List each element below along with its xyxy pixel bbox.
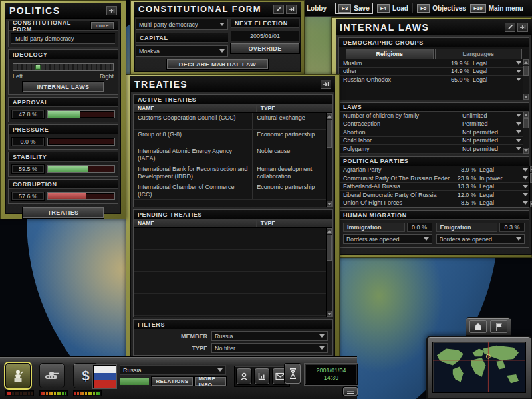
party-row[interactable]: Agrarian Party 3.9 % Legal <box>339 166 529 175</box>
law-row[interactable]: Number of children by family Unlimited <box>339 112 523 120</box>
dropdown-arrow-icon[interactable] <box>512 114 523 117</box>
party-row[interactable]: Communist Party Of The Russian Feder 23.… <box>339 174 529 183</box>
ideology-slider[interactable] <box>13 63 114 71</box>
detach-arrow-icon[interactable] <box>517 23 528 32</box>
party-row[interactable]: Liberal Democratic Party Of Russia 12.0 … <box>339 191 529 200</box>
lobby-button[interactable]: Lobby <box>307 5 327 12</box>
detach-arrow-icon[interactable] <box>106 6 117 15</box>
laws-scrollbar[interactable] <box>523 112 529 154</box>
religions-scrollbar[interactable] <box>523 59 529 100</box>
scroll-down-icon[interactable] <box>327 201 332 207</box>
dropdown-arrow-icon <box>319 334 325 338</box>
capitol-view-button[interactable] <box>469 320 487 333</box>
dropdown-arrow-icon[interactable] <box>512 61 523 65</box>
dropdown-arrow-icon[interactable] <box>519 185 529 188</box>
pending-treaties-scrollbar[interactable] <box>326 228 332 317</box>
load-button[interactable]: F4 Load <box>377 4 408 13</box>
treaties-panel: TREATIES ACTIVE TREATIES NAME TYPE <box>130 76 335 360</box>
party-row[interactable]: Union Of Right Forces 8.5 % Legal <box>339 200 529 208</box>
scroll-up-icon[interactable] <box>327 228 332 234</box>
religion-row[interactable]: other 14.9 % Legal <box>339 68 523 76</box>
more-info-button[interactable]: MORE INFO <box>195 377 226 386</box>
constitutional-form-header: CONSTITUTIONAL FORM more <box>9 21 118 31</box>
scroll-up-icon[interactable] <box>523 59 529 65</box>
law-row[interactable]: Polygamy Not permitted <box>339 145 523 154</box>
dropdown-arrow-icon[interactable] <box>512 78 523 81</box>
flag-view-button[interactable] <box>490 320 507 333</box>
metrics-list: APPROVAL 47.8 % PRESSURE 0.0 % <box>5 97 121 204</box>
scroll-down-icon[interactable] <box>327 311 332 317</box>
metric-label: APPROVAL <box>13 99 49 106</box>
scroll-down-icon[interactable] <box>523 94 529 100</box>
treaty-row[interactable]: International Bank for Reconstruction an… <box>134 164 326 182</box>
ideology-slider-knob[interactable] <box>35 65 41 70</box>
dropdown-arrow-icon[interactable] <box>512 139 523 142</box>
country-dropdown[interactable]: Russia <box>120 365 226 375</box>
active-treaties-scrollbar[interactable] <box>326 113 332 207</box>
religion-row[interactable]: Muslim 19.9 % Legal <box>339 59 523 68</box>
capital-dropdown[interactable]: Moskva <box>136 45 228 57</box>
main-menu-button[interactable]: F10 Main menu <box>470 4 523 13</box>
dropdown-arrow-icon[interactable] <box>512 122 523 126</box>
internal-laws-button[interactable]: INTERNAL LAWS <box>23 82 104 92</box>
type-filter-dropdown[interactable]: No filter <box>211 343 328 353</box>
treaty-type: Cultural exchange <box>253 113 326 129</box>
dropdown-arrow-icon[interactable] <box>512 70 523 73</box>
treaty-row[interactable]: Customs Cooperation Council (CCC) Cultur… <box>134 113 326 130</box>
active-treaties-header: ACTIVE TREATIES <box>134 95 332 104</box>
tab-religions[interactable]: Religions <box>346 49 434 59</box>
dropdown-arrow-icon[interactable] <box>519 193 529 196</box>
declare-martial-law-button[interactable]: DECLARE MARTIAL LAW <box>167 59 268 69</box>
world-minimap[interactable] <box>432 342 526 393</box>
immigration-policy-dropdown[interactable]: Borders are opened <box>343 234 432 244</box>
more-button[interactable]: more <box>91 22 114 29</box>
override-button[interactable]: OVERRIDE <box>231 43 299 53</box>
politics-mode-button[interactable] <box>5 363 31 388</box>
law-row[interactable]: Abortion Not permitted <box>339 128 523 137</box>
stats-button[interactable] <box>255 368 269 384</box>
party-row[interactable]: Fatherland-All Russia 13.3 % Legal <box>339 183 529 192</box>
detach-arrow-icon[interactable] <box>321 80 331 89</box>
parties-scrollbar[interactable] <box>529 166 532 208</box>
politician-podium-icon <box>10 368 26 384</box>
party-percent: 8.5 % <box>450 200 476 206</box>
parties-list: Agrarian Party 3.9 % Legal Communist Par… <box>339 166 529 208</box>
dropdown-arrow-icon[interactable] <box>519 176 529 180</box>
scroll-up-icon[interactable] <box>523 112 529 118</box>
mode-buttons-group: $ <box>5 363 102 396</box>
law-row[interactable]: Contraception Permitted <box>339 120 523 129</box>
constitutional-form-value: Multi-party democracy <box>11 33 115 44</box>
law-name: Child labor <box>343 137 459 144</box>
treaty-row[interactable]: International Atomic Energy Agency (IAEA… <box>134 146 326 164</box>
objectives-button[interactable]: F5 Objectives <box>417 4 466 13</box>
treaty-row[interactable]: International Chamber of Commerce (ICC) … <box>134 182 326 200</box>
scroll-down-icon[interactable] <box>523 148 529 154</box>
religion-percent: 19.9 % <box>443 60 469 66</box>
dropdown-arrow-icon[interactable] <box>519 201 529 205</box>
dropdown-arrow-icon[interactable] <box>519 168 529 172</box>
history-button[interactable] <box>343 387 358 396</box>
military-mode-button[interactable] <box>39 363 65 388</box>
government-form-dropdown[interactable]: Multi-party democracy <box>136 19 228 30</box>
law-row[interactable]: Child labor Not permitted <box>339 137 523 146</box>
chat-button[interactable] <box>237 368 251 384</box>
time-speed-button[interactable] <box>285 364 301 384</box>
edit-icon[interactable] <box>273 5 284 14</box>
dropdown-arrow-icon[interactable] <box>512 147 523 150</box>
metric-value: 57.6 % <box>11 192 45 201</box>
treaty-row[interactable]: Group of 8 (G-8) Economic partnership <box>134 130 326 146</box>
treaties-button[interactable]: TREATIES <box>23 207 104 218</box>
party-percent: 12.0 % <box>450 192 476 198</box>
emigration-policy-dropdown[interactable]: Borders are opened <box>436 234 525 244</box>
save-button[interactable]: F3 Save <box>335 3 373 14</box>
religion-row[interactable]: Russian Orthodox 65.0 % Legal <box>339 76 523 84</box>
edit-icon[interactable] <box>505 23 515 32</box>
filters-section: FILTERS MEMBER Russia TYPE No filter <box>133 319 332 356</box>
dropdown-arrow-icon[interactable] <box>512 130 523 134</box>
hourglass-icon <box>289 368 297 380</box>
relations-button[interactable]: RELATIONS <box>152 377 192 386</box>
detach-arrow-icon[interactable] <box>286 5 297 14</box>
scroll-up-icon[interactable] <box>327 113 332 119</box>
tab-languages[interactable]: Languages <box>435 49 523 59</box>
member-filter-dropdown[interactable]: Russia <box>211 331 328 341</box>
